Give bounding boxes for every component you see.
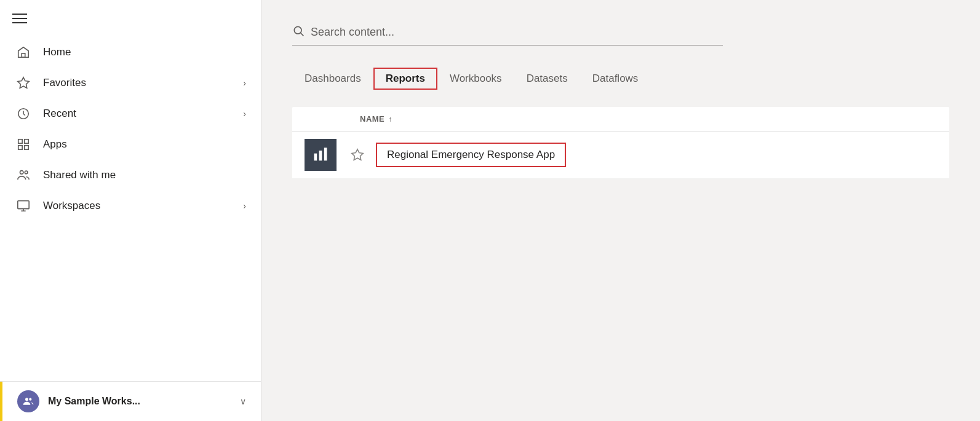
svg-point-8 xyxy=(25,171,28,174)
sidebar-nav: Home Favorites › Recent › xyxy=(0,32,261,381)
tab-dataflows[interactable]: Dataflows xyxy=(580,68,651,90)
svg-rect-4 xyxy=(25,140,28,143)
workspace-chevron-icon: ∨ xyxy=(240,396,246,406)
tab-dashboards[interactable]: Dashboards xyxy=(292,68,373,90)
sidebar-item-shared-label: Shared with me xyxy=(43,169,246,181)
monitor-icon xyxy=(15,199,32,213)
main-content: Dashboards Reports Workbooks Datasets Da… xyxy=(261,0,980,421)
svg-rect-9 xyxy=(18,201,29,209)
svg-rect-3 xyxy=(18,140,22,143)
search-input[interactable] xyxy=(311,26,618,39)
sidebar-item-favorites-label: Favorites xyxy=(43,77,243,89)
grid-icon xyxy=(15,138,32,151)
tab-workbooks[interactable]: Workbooks xyxy=(437,68,514,90)
svg-point-7 xyxy=(20,171,24,175)
sidebar-item-apps-label: Apps xyxy=(43,138,246,151)
table-row[interactable]: Regional Emergency Response App xyxy=(292,132,949,179)
sidebar-item-recent-label: Recent xyxy=(43,108,243,120)
tab-datasets[interactable]: Datasets xyxy=(514,68,580,90)
workspace-item[interactable]: My Sample Works... ∨ xyxy=(0,382,261,421)
svg-rect-16 xyxy=(314,154,317,161)
report-name: Regional Emergency Response App xyxy=(387,149,555,160)
svg-marker-1 xyxy=(18,77,29,88)
svg-point-14 xyxy=(294,26,301,34)
search-icon xyxy=(292,25,305,40)
svg-rect-17 xyxy=(319,151,322,160)
sidebar-item-workspaces-label: Workspaces xyxy=(43,200,243,212)
sidebar-item-favorites[interactable]: Favorites › xyxy=(0,68,261,98)
report-name-box[interactable]: Regional Emergency Response App xyxy=(376,143,566,167)
sidebar: Home Favorites › Recent › xyxy=(0,0,261,421)
hamburger-icon xyxy=(12,14,27,23)
hamburger-button[interactable] xyxy=(0,5,261,32)
sort-column-label: NAME xyxy=(360,114,384,124)
svg-point-12 xyxy=(25,398,28,401)
content-table: NAME ↑ Regional Emergency Response App xyxy=(292,107,949,179)
sidebar-item-shared[interactable]: Shared with me xyxy=(0,160,261,191)
star-icon xyxy=(15,76,32,90)
svg-rect-18 xyxy=(324,148,327,160)
search-container xyxy=(292,25,723,45)
sidebar-item-recent[interactable]: Recent › xyxy=(0,98,261,129)
workspaces-chevron-icon: › xyxy=(243,201,246,211)
tab-reports[interactable]: Reports xyxy=(373,68,437,90)
sidebar-item-home[interactable]: Home xyxy=(0,37,261,68)
sidebar-item-home-label: Home xyxy=(43,46,246,58)
workspace-section: My Sample Works... ∨ xyxy=(0,381,261,421)
favorite-star-button[interactable] xyxy=(349,146,366,163)
sidebar-item-apps[interactable]: Apps xyxy=(0,129,261,160)
svg-rect-5 xyxy=(18,146,22,149)
tabs-container: Dashboards Reports Workbooks Datasets Da… xyxy=(292,68,949,90)
svg-line-15 xyxy=(301,33,304,36)
people-icon xyxy=(15,168,32,182)
recent-chevron-icon: › xyxy=(243,109,246,119)
svg-rect-6 xyxy=(25,146,28,149)
home-icon xyxy=(15,45,32,59)
workspace-avatar xyxy=(17,390,39,412)
svg-point-13 xyxy=(29,398,31,401)
favorites-chevron-icon: › xyxy=(243,78,246,88)
sort-arrow-icon: ↑ xyxy=(388,115,392,124)
report-icon-box xyxy=(305,139,337,171)
svg-rect-0 xyxy=(22,53,25,57)
clock-icon xyxy=(15,107,32,120)
workspace-name-label: My Sample Works... xyxy=(48,396,240,407)
sidebar-item-workspaces[interactable]: Workspaces › xyxy=(0,191,261,221)
svg-marker-19 xyxy=(352,149,363,160)
table-header: NAME ↑ xyxy=(292,107,949,132)
